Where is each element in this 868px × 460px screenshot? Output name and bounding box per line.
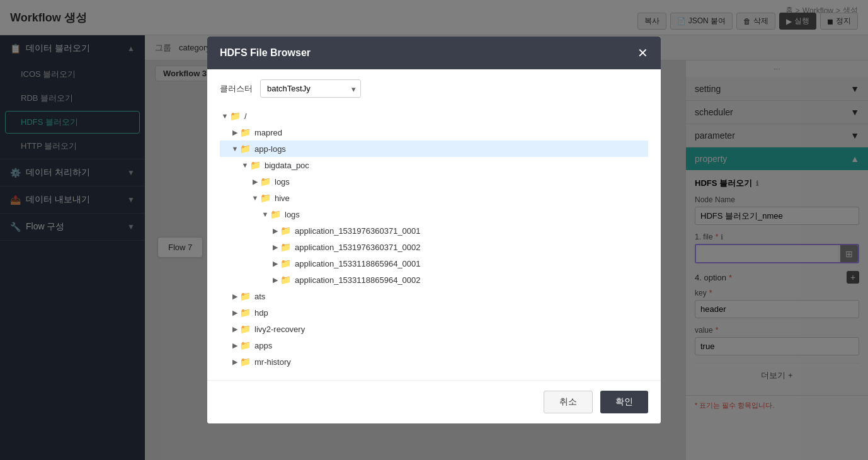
tree-item-bigdata-poc[interactable]: ▼ 📁 bigdata_poc	[220, 157, 648, 173]
tree-expand-app4: ▶	[270, 276, 280, 284]
modal-title: HDFS File Browser	[220, 47, 311, 59]
tree-item-apps[interactable]: ▶ 📁 apps	[220, 337, 648, 354]
folder-icon-mr-history: 📁	[240, 357, 251, 367]
modal-body: 클러스터 batchTestJy cluster001 cluster002 ▼…	[207, 69, 661, 380]
tree-expand-mapred: ▶	[230, 129, 240, 137]
modal-footer: 취소 확인	[207, 380, 661, 423]
cancel-button[interactable]: 취소	[544, 391, 593, 413]
tree-expand-bigdata-poc: ▼	[240, 161, 250, 169]
folder-icon-logs1: 📁	[260, 176, 271, 187]
tree-expand-hdp: ▶	[230, 309, 240, 317]
tree-item-mapred[interactable]: ▶ 📁 mapred	[220, 124, 648, 141]
folder-icon-livy2: 📁	[240, 324, 251, 334]
tree-item-app1[interactable]: ▶ 📁 application_1531976360371_0001	[220, 222, 648, 239]
folder-icon-app4: 📁	[280, 275, 291, 285]
tree-expand-app2: ▶	[270, 243, 280, 251]
tree-item-livy2[interactable]: ▶ 📁 livy2-recovery	[220, 321, 648, 337]
tree-name-mr-history: mr-history	[254, 357, 291, 367]
tree-item-logs2[interactable]: ▼ 📁 logs	[220, 206, 648, 222]
tree-name-root: /	[244, 112, 247, 121]
tree-item-root[interactable]: ▼ 📁 /	[220, 108, 648, 124]
tree-name-bigdata-poc: bigdata_poc	[265, 161, 309, 170]
cluster-select-wrapper: batchTestJy cluster001 cluster002	[260, 79, 361, 98]
tree-item-mr-history[interactable]: ▶ 📁 mr-history	[220, 354, 648, 370]
tree-expand-app1: ▶	[270, 227, 280, 235]
folder-icon-apps: 📁	[240, 340, 251, 350]
tree-item-ats[interactable]: ▶ 📁 ats	[220, 288, 648, 304]
folder-icon-mapred: 📁	[240, 127, 251, 137]
tree-name-logs1: logs	[275, 177, 290, 187]
tree-name-app-logs: app-logs	[254, 144, 286, 154]
tree-item-logs1[interactable]: ▶ 📁 logs	[220, 173, 648, 190]
modal-header: HDFS File Browser ✕	[207, 37, 661, 69]
tree-item-hdp[interactable]: ▶ 📁 hdp	[220, 304, 648, 321]
tree-expand-logs2: ▼	[260, 210, 270, 218]
tree-name-hive: hive	[275, 193, 290, 203]
folder-icon-app3: 📁	[280, 258, 291, 268]
folder-icon-bigdata-poc: 📁	[250, 160, 261, 170]
tree-expand-apps: ▶	[230, 342, 240, 350]
tree-expand-root: ▼	[220, 112, 230, 120]
tree-item-app4[interactable]: ▶ 📁 application_1533118865964_0002	[220, 272, 648, 288]
tree-expand-app3: ▶	[270, 260, 280, 268]
cluster-row: 클러스터 batchTestJy cluster001 cluster002	[220, 79, 648, 98]
tree-name-apps: apps	[254, 341, 272, 350]
tree-name-app1: application_1531976360371_0001	[295, 226, 421, 236]
folder-icon-app1: 📁	[280, 226, 291, 236]
tree-expand-app-logs: ▼	[230, 145, 240, 152]
tree-name-logs2: logs	[285, 210, 300, 219]
tree-item-app2[interactable]: ▶ 📁 application_1531976360371_0002	[220, 239, 648, 255]
tree-item-app3[interactable]: ▶ 📁 application_1533118865964_0001	[220, 255, 648, 272]
folder-icon-hive: 📁	[260, 193, 271, 203]
folder-icon-hdp: 📁	[240, 308, 251, 318]
folder-icon-app2: 📁	[280, 242, 291, 252]
tree-name-livy2: livy2-recovery	[254, 325, 305, 334]
tree-name-app4: application_1533118865964_0002	[295, 275, 421, 285]
folder-icon-logs2: 📁	[270, 209, 281, 219]
folder-icon-root: 📁	[230, 111, 241, 121]
cluster-select[interactable]: batchTestJy cluster001 cluster002	[260, 79, 361, 98]
cluster-label: 클러스터	[220, 83, 253, 95]
tree-name-app3: application_1533118865964_0001	[295, 259, 421, 268]
tree-expand-ats: ▶	[230, 292, 240, 301]
tree-expand-livy2: ▶	[230, 325, 240, 333]
modal-close-button[interactable]: ✕	[637, 45, 648, 60]
tree-name-hdp: hdp	[254, 308, 268, 318]
tree-name-app2: application_1531976360371_0002	[295, 243, 421, 252]
tree-name-mapred: mapred	[254, 128, 282, 137]
folder-icon-ats: 📁	[240, 291, 251, 301]
tree-name-ats: ats	[254, 292, 265, 301]
tree-item-hive[interactable]: ▼ 📁 hive	[220, 190, 648, 206]
folder-icon-app-logs: 📁	[240, 144, 251, 154]
confirm-button[interactable]: 확인	[600, 391, 648, 413]
hdfs-file-browser-modal: HDFS File Browser ✕ 클러스터 batchTestJy clu…	[207, 37, 661, 423]
file-tree: ▼ 📁 / ▶ 📁 mapred ▼ 📁 app-logs	[220, 108, 648, 370]
tree-expand-logs1: ▶	[250, 178, 260, 186]
modal-overlay[interactable]: HDFS File Browser ✕ 클러스터 batchTestJy clu…	[0, 0, 868, 460]
tree-expand-mr-history: ▶	[230, 358, 240, 366]
tree-expand-hive: ▼	[250, 194, 260, 202]
tree-item-app-logs[interactable]: ▼ 📁 app-logs	[220, 141, 648, 157]
